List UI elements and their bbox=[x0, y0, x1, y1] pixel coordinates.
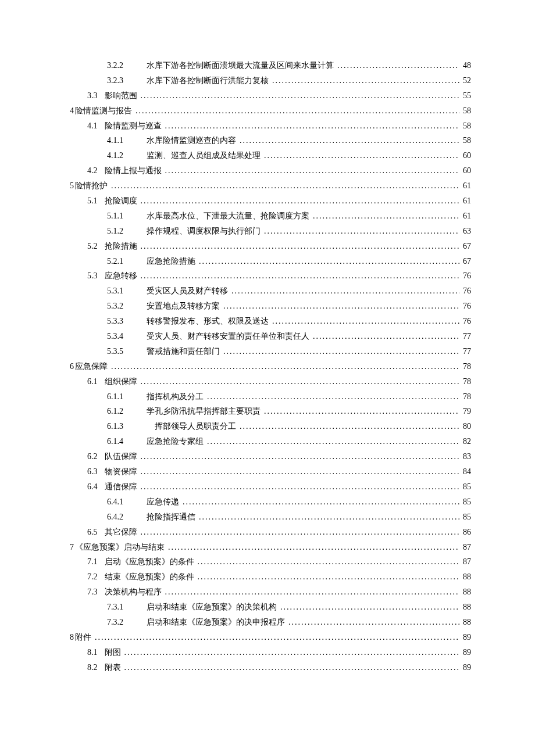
toc-title: 险情监测与报告 bbox=[74, 106, 132, 115]
toc-entry: 7《应急预案》启动与结束87 bbox=[70, 540, 471, 555]
toc-title: 应急抢险措施 bbox=[144, 254, 199, 269]
toc-leader bbox=[141, 464, 460, 479]
toc-leader bbox=[141, 239, 460, 254]
toc-entry: 8.2附表89 bbox=[70, 660, 471, 675]
toc-leader bbox=[141, 525, 460, 540]
toc-entry: 4.1.2监测、巡查人员组成及结果处理60 bbox=[70, 148, 471, 163]
toc-page-number: 89 bbox=[459, 660, 471, 675]
toc-page-number: 89 bbox=[459, 645, 471, 660]
toc-entry: 5险情抢护61 bbox=[70, 178, 471, 194]
toc-number: 4.2 bbox=[87, 163, 105, 178]
toc-number: 5.3.5 bbox=[107, 344, 144, 359]
toc-title: 应急转移 bbox=[105, 268, 141, 284]
toc-leader bbox=[280, 600, 459, 615]
toc-page-number: 87 bbox=[459, 540, 471, 555]
toc-entry: 7.1启动《应急预案》的条件87 bbox=[70, 554, 471, 569]
toc-heading: 4险情监测与报告 bbox=[70, 103, 135, 119]
toc-title: 应急抢险专家组 bbox=[144, 434, 207, 449]
toc-entry: 3.2.2水库下游各控制断面溃坝最大流量及区间来水量计算48 bbox=[70, 58, 471, 73]
toc-page-number: 52 bbox=[459, 73, 471, 88]
toc-number: 4.1 bbox=[87, 119, 105, 134]
toc-number: 4 bbox=[70, 106, 74, 115]
toc-title: 警戒措施和责任部门 bbox=[144, 344, 223, 359]
toc-leader bbox=[207, 389, 459, 404]
toc-page-number: 84 bbox=[459, 464, 471, 479]
toc-page-number: 79 bbox=[459, 404, 471, 419]
toc-heading: 5险情抢护 bbox=[70, 178, 111, 194]
toc-number: 6.4.1 bbox=[107, 495, 144, 510]
toc-heading: 6应急保障 bbox=[70, 359, 111, 374]
toc-title: 附件 bbox=[74, 633, 91, 642]
toc-title: 其它保障 bbox=[105, 525, 141, 540]
toc-page-number: 88 bbox=[459, 600, 471, 615]
toc-number: 6.1.3 bbox=[107, 419, 144, 434]
table-of-contents: 3.2.2水库下游各控制断面溃坝最大流量及区间来水量计算483.2.3水库下游各… bbox=[70, 58, 471, 675]
toc-entry: 7.3.1启动和结束《应急预案》的决策机构88 bbox=[70, 600, 471, 615]
toc-leader bbox=[111, 359, 459, 374]
toc-entry: 3.2.3水库下游各控制断面行洪能力复核52 bbox=[70, 73, 471, 88]
toc-page-number: 85 bbox=[459, 510, 471, 525]
toc-title: 转移警报发布、形式、权限及送达 bbox=[144, 314, 272, 329]
toc-title: 受灾人员、财产转移安置的责任单位和责任人 bbox=[144, 329, 313, 344]
toc-page-number: 55 bbox=[459, 88, 471, 103]
toc-entry: 7.2结束《应急预案》的条件88 bbox=[70, 569, 471, 585]
toc-leader bbox=[223, 344, 459, 359]
toc-entry: 6.2队伍保障83 bbox=[70, 449, 471, 464]
toc-leader bbox=[141, 268, 460, 284]
toc-number: 8.1 bbox=[87, 645, 105, 660]
toc-title: 影响范围 bbox=[105, 88, 141, 103]
toc-number: 6.4.2 bbox=[107, 510, 144, 525]
toc-leader bbox=[124, 645, 460, 660]
toc-title: 挥部领导人员职责分工 bbox=[144, 419, 240, 434]
toc-leader bbox=[313, 209, 459, 224]
toc-heading: 8附件 bbox=[70, 630, 95, 645]
toc-entry: 6.1.3 挥部领导人员职责分工80 bbox=[70, 419, 471, 434]
toc-number: 6.1.1 bbox=[107, 389, 144, 404]
toc-heading: 7《应急预案》启动与结束 bbox=[70, 540, 168, 555]
toc-number: 5 bbox=[70, 181, 74, 190]
toc-entry: 7.3.2启动和结束《应急预案》的决申报程序88 bbox=[70, 615, 471, 630]
toc-leader bbox=[272, 73, 459, 88]
toc-page-number: 67 bbox=[459, 239, 471, 254]
toc-title: 指挥机构及分工 bbox=[144, 389, 207, 404]
toc-page-number: 76 bbox=[459, 284, 471, 299]
toc-title: 结束《应急预案》的条件 bbox=[105, 569, 198, 585]
toc-leader bbox=[141, 194, 460, 209]
toc-title: 水库下游各控制断面行洪能力复核 bbox=[144, 73, 272, 88]
toc-page-number: 80 bbox=[459, 419, 471, 434]
toc-page-number: 58 bbox=[459, 119, 471, 134]
toc-entry: 4.2险情上报与通报60 bbox=[70, 163, 471, 178]
toc-leader bbox=[135, 103, 459, 119]
toc-page-number: 77 bbox=[459, 329, 471, 344]
toc-leader bbox=[231, 284, 459, 299]
toc-number: 5.3.4 bbox=[107, 329, 144, 344]
toc-page-number: 76 bbox=[459, 299, 471, 314]
toc-entry: 6.1.1指挥机构及分工78 bbox=[70, 389, 471, 404]
toc-entry: 6.4.1应急传递85 bbox=[70, 495, 471, 510]
toc-number: 7.3.1 bbox=[107, 600, 144, 615]
toc-entry: 4.1.1水库险情监测巡查的内容58 bbox=[70, 133, 471, 148]
toc-number: 5.1 bbox=[87, 194, 105, 209]
toc-leader bbox=[141, 449, 460, 464]
toc-title: 水库最高水位、下泄最大流量、抢险调度方案 bbox=[144, 209, 313, 224]
toc-title: 应急传递 bbox=[144, 495, 183, 510]
toc-page-number: 87 bbox=[459, 554, 471, 569]
toc-number: 7.3.2 bbox=[107, 615, 144, 630]
toc-number: 5.3.1 bbox=[107, 284, 144, 299]
toc-number: 7.2 bbox=[87, 569, 105, 585]
toc-number: 5.3 bbox=[87, 268, 105, 284]
toc-leader bbox=[264, 148, 459, 163]
toc-leader bbox=[223, 299, 459, 314]
toc-entry: 6.1.2学孔乡防汛抗旱指挥部主要职责79 bbox=[70, 404, 471, 419]
toc-title: 学孔乡防汛抗旱指挥部主要职责 bbox=[144, 404, 264, 419]
toc-title: 抢险调度 bbox=[105, 194, 141, 209]
toc-number: 6.4 bbox=[87, 479, 105, 495]
toc-page-number: 60 bbox=[459, 163, 471, 178]
toc-page-number: 85 bbox=[459, 495, 471, 510]
toc-title: 水库险情监测巡查的内容 bbox=[144, 133, 240, 148]
toc-leader bbox=[240, 419, 459, 434]
toc-title: 操作规程、调度权限与执行部门 bbox=[144, 224, 264, 239]
toc-leader bbox=[141, 88, 460, 103]
toc-entry: 5.1.2操作规程、调度权限与执行部门63 bbox=[70, 224, 471, 239]
toc-page-number: 77 bbox=[459, 344, 471, 359]
